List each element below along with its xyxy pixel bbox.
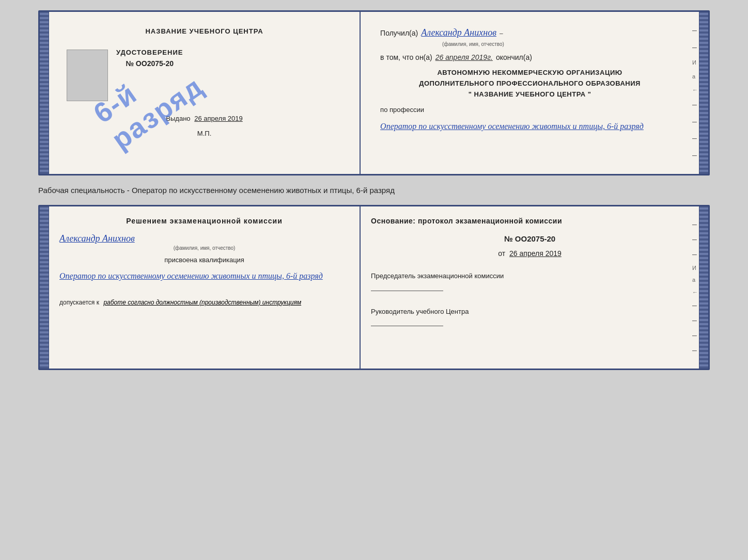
cert-org-line1: АВТОНОМНУЮ НЕКОММЕРЧЕСКУЮ ОРГАНИЗАЦИЮ bbox=[380, 68, 679, 78]
cert-issued-date: 26 апреля 2019 bbox=[194, 115, 243, 122]
mp-label: М.П. bbox=[197, 130, 211, 137]
cert-number-section: УДОСТОВЕРЕНИЕ № OO2075-20 bbox=[116, 49, 183, 101]
right-decoration-dashes: – – И а ← – – – – bbox=[692, 12, 698, 174]
allowed-prefix: допускается к bbox=[59, 299, 99, 306]
qual-right-strip bbox=[699, 206, 708, 369]
cert-date-row: в том, что он(а) 26 апреля 2019г. окончи… bbox=[380, 53, 679, 61]
received-prefix: Получил(а) bbox=[380, 29, 418, 37]
chairman-section: Председатель экзаменационной комиссии bbox=[371, 271, 689, 291]
protocol-date-value: 26 апреля 2019 bbox=[509, 249, 562, 258]
director-label: Руководитель учебного Центра bbox=[371, 307, 689, 317]
cert-org-line3: " НАЗВАНИЕ УЧЕБНОГО ЦЕНТРА " bbox=[380, 89, 679, 100]
document-container: НАЗВАНИЕ УЧЕБНОГО ЦЕНТРА УДОСТОВЕРЕНИЕ №… bbox=[38, 10, 710, 370]
cert-right-inner: Получил(а) Александр Анихнов – (фамилия,… bbox=[375, 22, 684, 138]
director-signature-line bbox=[371, 326, 443, 326]
cert-issued-line: Выдано 26 апреля 2019 bbox=[166, 115, 242, 122]
cert-school-title: НАЗВАНИЕ УЧЕБНОГО ЦЕНТРА bbox=[145, 27, 263, 35]
cert-profession-name: Оператор по искусственному осеменению жи… bbox=[380, 120, 679, 133]
qual-fio-hint: (фамилия, имя, отчество) bbox=[59, 245, 349, 251]
qual-right-page: Основание: протокол экзаменационной коми… bbox=[361, 206, 708, 369]
cert-org-block: АВТОНОМНУЮ НЕКОММЕРЧЕСКУЮ ОРГАНИЗАЦИЮ ДО… bbox=[380, 68, 679, 100]
director-section: Руководитель учебного Центра bbox=[371, 297, 689, 327]
qual-left-page: Решением экзаменационной комиссии Алекса… bbox=[40, 206, 361, 369]
received-row: Получил(а) Александр Анихнов – bbox=[380, 27, 679, 38]
decision-title: Решением экзаменационной комиссии bbox=[59, 217, 349, 225]
cert-right-page: Получил(а) Александр Анихнов – (фамилия,… bbox=[361, 12, 708, 174]
cert-left-inner: НАЗВАНИЕ УЧЕБНОГО ЦЕНТРА УДОСТОВЕРЕНИЕ №… bbox=[61, 22, 347, 142]
right-strip-decoration bbox=[699, 12, 708, 174]
left-strip-decoration bbox=[40, 12, 49, 174]
basis-label: Основание: протокол экзаменационной коми… bbox=[371, 217, 689, 225]
certificate-booklet: НАЗВАНИЕ УЧЕБНОГО ЦЕНТРА УДОСТОВЕРЕНИЕ №… bbox=[38, 10, 710, 175]
allowed-row: допускается к работе согласно должностны… bbox=[59, 297, 349, 307]
assigned-label: присвоена квалификация bbox=[59, 256, 349, 264]
protocol-number: № OO2075-20 bbox=[371, 234, 689, 243]
cert-left-page: НАЗВАНИЕ УЧЕБНОГО ЦЕНТРА УДОСТОВЕРЕНИЕ №… bbox=[40, 12, 361, 174]
cert-date-value: 26 апреля 2019г. bbox=[435, 53, 493, 61]
chairman-label: Председатель экзаменационной комиссии bbox=[371, 271, 689, 281]
cert-date-suffix: окончил(а) bbox=[496, 53, 532, 61]
allowed-value: работе согласно должностным (производств… bbox=[103, 299, 301, 306]
protocol-date-prefix: от bbox=[498, 249, 505, 258]
cert-recipient-name: Александр Анихнов bbox=[421, 27, 496, 38]
cert-label-text: УДОСТОВЕРЕНИЕ bbox=[116, 49, 183, 56]
qual-right-inner: Основание: протокол экзаменационной коми… bbox=[361, 206, 699, 337]
qual-qualification-name: Оператор по искусственному осеменению жи… bbox=[59, 269, 349, 284]
protocol-date-row: от 26 апреля 2019 bbox=[371, 249, 689, 258]
qual-right-dashes: – – – И а ← – – – – bbox=[692, 206, 698, 369]
cert-number-value: № OO2075-20 bbox=[126, 59, 174, 68]
specialty-text: Рабочая специальность - Оператор по иску… bbox=[38, 184, 710, 197]
qual-left-strip bbox=[40, 206, 49, 369]
chairman-signature-line bbox=[371, 291, 443, 291]
cert-profession-label: по профессии bbox=[380, 106, 679, 114]
cert-photo bbox=[67, 50, 108, 101]
cert-issued-prefix: Выдано bbox=[166, 115, 190, 122]
cert-fio-hint: (фамилия, имя, отчество) bbox=[442, 41, 679, 47]
cert-org-line2: ДОПОЛНИТЕЛЬНОГО ПРОФЕССИОНАЛЬНОГО ОБРАЗО… bbox=[380, 78, 679, 89]
cert-date-prefix: в том, что он(а) bbox=[380, 53, 432, 61]
qualification-booklet: Решением экзаменационной комиссии Алекса… bbox=[38, 205, 710, 370]
qual-person-name: Александр Анихнов bbox=[59, 233, 349, 244]
qual-left-inner: Решением экзаменационной комиссии Алекса… bbox=[49, 206, 360, 317]
qual-person-row: Александр Анихнов (фамилия, имя, отчеств… bbox=[59, 230, 349, 251]
